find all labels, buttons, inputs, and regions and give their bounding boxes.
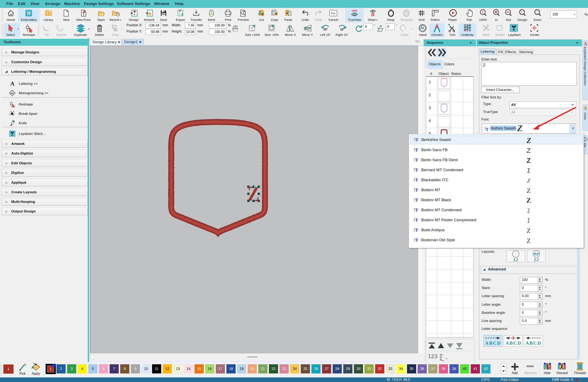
svg-text:ABC: ABC (10, 92, 14, 94)
svg-text:H: H (27, 11, 30, 16)
svg-text:A: A (10, 81, 15, 87)
svg-text:15°: 15° (323, 28, 328, 31)
svg-text:ABCD: ABCD (525, 340, 541, 346)
svg-text:L2: L2 (513, 257, 518, 262)
svg-text:L3: L3 (534, 257, 539, 262)
svg-text:15°: 15° (340, 28, 344, 31)
svg-text:Esc: Esc (331, 12, 336, 15)
svg-text:ABCD: ABCD (485, 340, 501, 346)
svg-text:T: T (486, 127, 489, 132)
svg-text:ABCD: ABCD (505, 340, 521, 346)
svg-text:i: i (585, 138, 586, 141)
svg-text:1: 1 (482, 10, 484, 14)
svg-text:L2: L2 (534, 252, 538, 256)
